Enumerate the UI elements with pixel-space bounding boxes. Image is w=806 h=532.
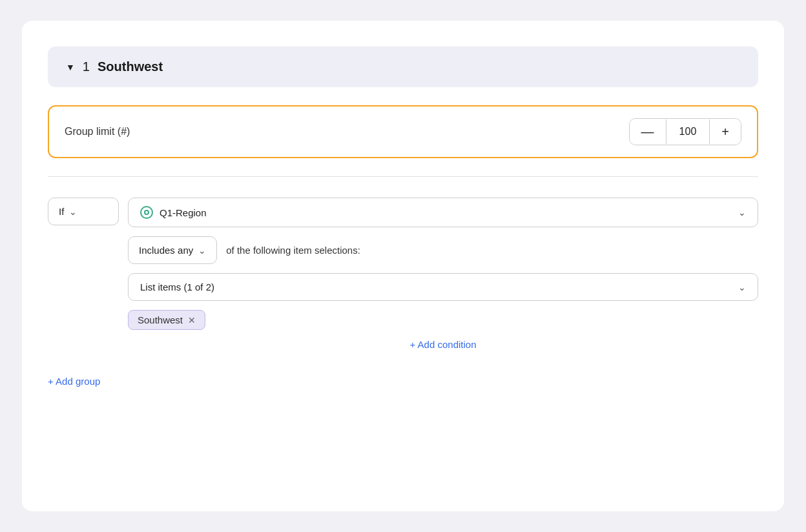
condition-row: If ⌄ Q1-Region ⌄ Includes any ⌄ [48,198,758,350]
if-dropdown[interactable]: If ⌄ [48,198,119,225]
add-condition-button[interactable]: + Add condition [128,339,758,350]
group-limit-label: Group limit (#) [65,126,130,138]
collapse-arrow-icon[interactable]: ▼ [66,62,75,72]
add-group-button[interactable]: + Add group [48,376,100,387]
includes-chevron-icon: ⌄ [198,245,206,256]
condition-right: Q1-Region ⌄ Includes any ⌄ of the follow… [128,198,758,350]
group-name: Southwest [98,59,163,74]
radio-icon [140,206,153,219]
divider [48,176,758,177]
region-dropdown[interactable]: Q1-Region ⌄ [128,198,758,227]
radio-icon-inner [144,210,149,215]
includes-row: Includes any ⌄ of the following item sel… [128,236,758,264]
region-chevron-icon: ⌄ [738,207,746,218]
tag-close-icon[interactable]: ✕ [188,316,196,325]
tag-label: Southwest [138,314,183,325]
tag-row: Southwest ✕ [128,310,758,330]
group-number: 1 [83,59,90,74]
group-header[interactable]: ▼ 1 Southwest [48,46,758,87]
includes-label: Includes any [139,245,193,256]
southwest-tag: Southwest ✕ [128,310,205,330]
region-label: Q1-Region [160,207,207,218]
if-label: If [59,206,64,217]
region-left: Q1-Region [140,206,207,219]
if-chevron-icon: ⌄ [69,207,77,217]
list-dropdown[interactable]: List items (1 of 2) ⌄ [128,273,758,301]
group-limit-box: Group limit (#) — 100 + [48,105,758,158]
main-card: ▼ 1 Southwest Group limit (#) — 100 + If… [22,21,784,511]
limit-value: 100 [666,119,710,144]
following-text: of the following item selections: [226,245,360,256]
list-label: List items (1 of 2) [140,281,214,292]
group-limit-controls: — 100 + [629,118,741,145]
increment-button[interactable]: + [710,119,741,145]
includes-dropdown[interactable]: Includes any ⌄ [128,236,217,264]
decrement-button[interactable]: — [630,119,666,145]
list-chevron-icon: ⌄ [738,282,746,292]
